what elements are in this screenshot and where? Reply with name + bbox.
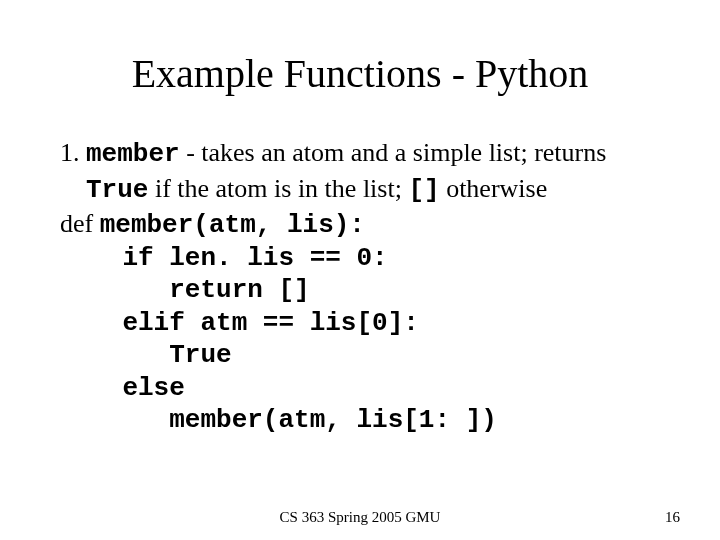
keyword-empty-list: [] (408, 175, 439, 205)
keyword-true: True (86, 175, 148, 205)
desc-2b: otherwise (440, 174, 548, 203)
code-line-2: if len. lis == 0: (60, 242, 660, 275)
bullet-1-line-2: True if the atom is in the list; [] othe… (60, 173, 660, 207)
desc-1a: - takes an atom and a simple list; retur… (180, 138, 607, 167)
bullet-number: 1. (60, 138, 86, 167)
desc-2a: if the atom is in the list; (148, 174, 408, 203)
slide: Example Functions - Python 1. member - t… (0, 0, 720, 540)
slide-title: Example Functions - Python (60, 50, 660, 97)
code-line-4: elif atm == lis[0]: (60, 307, 660, 340)
slide-body: 1. member - takes an atom and a simple l… (60, 137, 660, 437)
def-keyword: def (60, 209, 100, 238)
footer-text: CS 363 Spring 2005 GMU (0, 509, 720, 526)
keyword-member: member (86, 139, 180, 169)
code-line-5: True (60, 339, 660, 372)
code-line-7: member(atm, lis[1: ]) (60, 404, 660, 437)
code-block: def member(atm, lis): if len. lis == 0: … (60, 208, 660, 437)
bullet-1-line-1: 1. member - takes an atom and a simple l… (60, 137, 660, 171)
code-line-1b: member(atm, lis): (100, 210, 365, 240)
code-line-6: else (60, 372, 660, 405)
page-number: 16 (665, 509, 680, 526)
code-line-1: def member(atm, lis): (60, 208, 660, 242)
code-line-3: return [] (60, 274, 660, 307)
